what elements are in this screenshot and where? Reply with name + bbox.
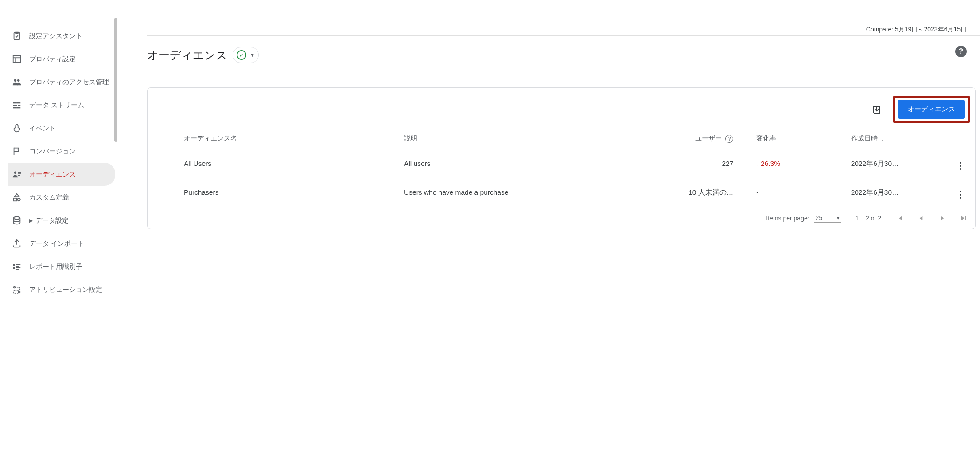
main-content: Compare: 5月19日～2023年6月15日 オーディエンス ✓ ▼ ? … (120, 0, 980, 471)
people-icon (12, 77, 22, 87)
sidebar-item-label: オーディエンス (29, 170, 76, 179)
sidebar-item-property-settings[interactable]: プロパティ設定 (8, 47, 115, 71)
cell-created: 2022年6月30… (820, 178, 946, 207)
audiences-card: オーディエンス オーディエンス名 説明 ユーザー ? 変化率 作成日時 ↓ (147, 87, 976, 229)
col-created[interactable]: 作成日時 ↓ (820, 130, 946, 149)
page-title: オーディエンス (147, 48, 227, 63)
audiences-table: オーディエンス名 説明 ユーザー ? 変化率 作成日時 ↓ All U (148, 130, 975, 207)
sidebar-item-custom-definitions[interactable]: カスタム定義 (8, 186, 115, 209)
compare-date-range: Compare: 5月19日～2023年6月15日 (866, 26, 967, 34)
svg-rect-14 (18, 172, 21, 173)
svg-rect-9 (18, 105, 21, 106)
col-users[interactable]: ユーザー ? (642, 130, 739, 149)
cell-users: 10 人未満の… (642, 178, 739, 207)
create-audience-button[interactable]: オーディエンス (898, 100, 965, 119)
sidebar-item-label: データ ストリーム (29, 101, 84, 110)
id-icon (12, 261, 22, 272)
sidebar-item-data-settings[interactable]: ▶ データ設定 (8, 209, 115, 232)
svg-point-27 (14, 287, 16, 288)
sort-down-icon: ↓ (881, 135, 884, 142)
cell-created: 2022年6月30… (820, 149, 946, 178)
svg-point-13 (14, 172, 16, 174)
svg-rect-23 (16, 266, 19, 267)
upload-icon (12, 238, 22, 249)
svg-rect-24 (13, 267, 15, 269)
sidebar-item-attribution[interactable]: アトリビューション設定 (8, 278, 115, 301)
svg-point-5 (17, 79, 19, 82)
col-name[interactable]: オーディエンス名 (148, 130, 399, 149)
touch-icon (12, 123, 22, 133)
cell-actions (945, 178, 975, 207)
sidebar: 設定アシスタント プロパティ設定 プロパティのアクセス管理 データ ストリーム … (0, 0, 120, 471)
more-menu-icon[interactable] (960, 162, 961, 170)
page-size-select[interactable]: 25 ▼ (814, 213, 841, 223)
svg-rect-6 (13, 102, 16, 104)
svg-marker-17 (15, 194, 19, 197)
first-page-icon[interactable] (895, 214, 904, 223)
svg-rect-18 (14, 198, 16, 201)
table-row[interactable]: All Users All users 227 ↓26.3% 2022年6月30… (148, 149, 975, 178)
svg-rect-7 (16, 102, 20, 104)
sidebar-item-label: アトリビューション設定 (29, 286, 102, 294)
svg-point-19 (17, 198, 20, 201)
pager-buttons (895, 214, 968, 223)
sidebar-item-label: プロパティ設定 (29, 55, 76, 63)
svg-rect-11 (16, 107, 20, 109)
sidebar-item-audiences[interactable]: オーディエンス (8, 163, 115, 186)
sidebar-item-label: レポート用識別子 (29, 263, 82, 271)
check-circle-icon: ✓ (237, 50, 246, 60)
sidebar-item-conversions[interactable]: コンバージョン (8, 140, 115, 163)
stream-icon (12, 100, 22, 110)
cell-description: All users (399, 149, 642, 178)
cell-name: All Users (148, 149, 399, 178)
layout-icon (12, 54, 22, 64)
sidebar-item-label: カスタム定義 (29, 193, 69, 202)
audience-icon (12, 169, 22, 180)
sidebar-item-property-access[interactable]: プロパティのアクセス管理 (8, 71, 115, 94)
cell-actions (945, 149, 975, 178)
svg-rect-21 (13, 264, 15, 266)
sidebar-item-label: データ インポート (29, 239, 84, 248)
help-inline-icon[interactable]: ? (725, 135, 733, 143)
caret-right-icon: ▶ (29, 218, 33, 224)
svg-point-4 (14, 79, 16, 82)
sidebar-item-data-import[interactable]: データ インポート (8, 232, 115, 255)
svg-rect-25 (16, 267, 20, 268)
col-actions (945, 130, 975, 149)
download-icon[interactable] (871, 104, 883, 115)
sidebar-item-events[interactable]: イベント (8, 117, 115, 140)
annotation-highlight: オーディエンス (893, 96, 970, 123)
svg-rect-22 (16, 264, 20, 265)
svg-rect-16 (18, 175, 20, 176)
card-toolbar: オーディエンス (148, 88, 975, 130)
flag-icon (12, 146, 22, 157)
scrollbar[interactable] (114, 18, 117, 142)
sidebar-item-data-streams[interactable]: データ ストリーム (8, 94, 115, 117)
page-size-value: 25 (816, 214, 823, 221)
prev-page-icon[interactable] (917, 214, 926, 223)
sidebar-item-label: プロパティのアクセス管理 (29, 78, 109, 86)
table-row[interactable]: Purchasers Users who have made a purchas… (148, 178, 975, 207)
divider (147, 35, 980, 36)
sidebar-item-label: 設定アシスタント (29, 32, 82, 40)
chevron-down-icon: ▼ (836, 216, 840, 220)
svg-point-20 (14, 217, 20, 220)
next-page-icon[interactable] (938, 214, 947, 223)
more-menu-icon[interactable] (960, 191, 961, 199)
svg-rect-1 (13, 56, 21, 63)
help-icon[interactable]: ? (955, 46, 967, 57)
col-description[interactable]: 説明 (399, 130, 642, 149)
path-icon (12, 284, 22, 295)
last-page-icon[interactable] (959, 214, 968, 223)
cell-rate: - (739, 178, 820, 207)
status-selector[interactable]: ✓ ▼ (233, 47, 259, 63)
svg-rect-10 (13, 107, 16, 109)
cell-users: 227 (642, 149, 739, 178)
cell-name: Purchasers (148, 178, 399, 207)
sidebar-item-setup-assistant[interactable]: 設定アシスタント (8, 24, 115, 47)
sidebar-item-reporting-identity[interactable]: レポート用識別子 (8, 255, 115, 278)
svg-rect-15 (18, 173, 21, 174)
col-rate[interactable]: 変化率 (739, 130, 820, 149)
clipboard-check-icon (12, 31, 22, 41)
sidebar-item-label: データ設定 (35, 216, 69, 225)
